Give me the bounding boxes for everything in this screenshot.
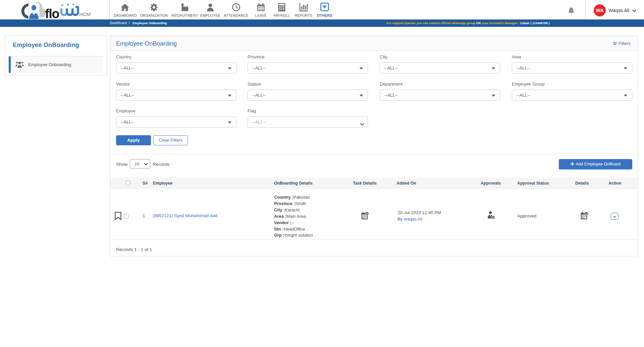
svg-text:HCM: HCM xyxy=(79,11,91,17)
svg-text:flo: flo xyxy=(45,7,59,19)
